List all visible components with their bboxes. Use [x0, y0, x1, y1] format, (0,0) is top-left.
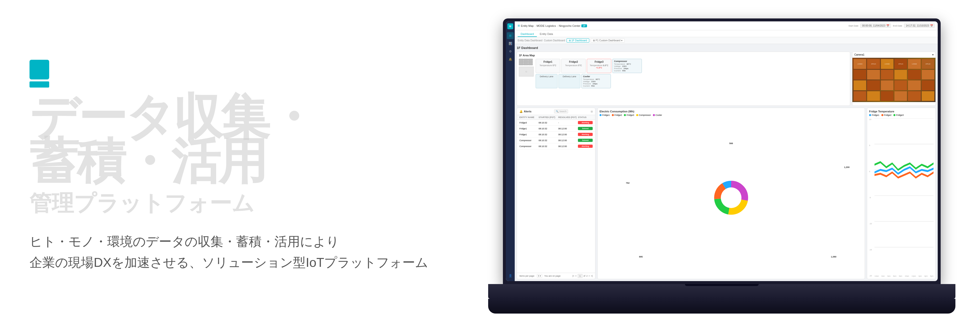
cooler-card: Cooler Temperature 86°C Voltage — [581, 74, 611, 88]
wh-box: APPLES — [894, 59, 907, 69]
wh-box — [921, 70, 934, 80]
app-ui: M ⊞ 📊 ⚙ 🔔 👤 ⊞ Entity Map — [506, 21, 938, 281]
fridge1-name: Fridge1 — [537, 60, 558, 63]
fridge-temp-legend: Fridge1 Fridge2 Fridge3 — [869, 114, 934, 116]
items-per-page-label: Items per page: — [519, 275, 535, 277]
compressor-pressure-row: Pressure 1Mpa — [614, 67, 640, 70]
alerts-search[interactable]: 🔍 Search — [554, 110, 568, 113]
fridge-card-3: Fridge3 Temperature 6.8°C +1.8°C — [587, 59, 611, 73]
legend-label-1: Fridge1 — [602, 114, 610, 116]
legend-compressor: Compressor — [636, 114, 651, 116]
x-6am: 6am — [893, 275, 896, 277]
compressor-current-row: Current 55A — [614, 70, 640, 72]
sidebar-icon-user[interactable]: 👤 — [507, 272, 514, 279]
x-8am: 8am — [899, 275, 902, 277]
row-status: Alerting — [578, 145, 593, 148]
sidebar-icon-chart[interactable]: 📊 — [507, 40, 514, 47]
wh-box — [921, 80, 934, 91]
x-6pm: 6pm — [930, 275, 934, 277]
compressor-temp-row: Temperature 86°C — [614, 63, 640, 65]
legend-label-4: Compressor — [639, 114, 651, 116]
filter-icon[interactable]: ⊟ — [591, 110, 593, 113]
camera-dropdown-icon[interactable]: ▾ — [932, 53, 934, 56]
per-page-select[interactable]: 5 ▾ — [537, 274, 542, 278]
dashboard-content: 1F Dashboard 1F Area Map — [515, 44, 938, 281]
legend-fridge2: Fridge2 — [612, 114, 622, 116]
y-n5: -5 — [869, 197, 874, 199]
alert-row: Fridge3 08:10:32 - Alerting — [517, 120, 595, 125]
subtab-1f-label: 1F Dashboard — [571, 39, 587, 42]
temp-chart-lines — [875, 118, 934, 273]
temp-y-axis: 10 5 0 -5 -10 -15 -20 — [869, 118, 874, 277]
legend-dot-1 — [600, 114, 601, 116]
dashboard-title: 1F Dashboard — [517, 46, 936, 50]
subtab-custom-dashboard[interactable]: ⊞ F1 Custom Dashboard ▾ — [591, 38, 625, 43]
tab-entity-data[interactable]: Entity Data — [537, 32, 556, 37]
consumption-legend: Fridge1 Fridge2 Fridge3 — [600, 114, 863, 116]
comp-c-label: Current — [614, 70, 621, 72]
wh-box — [853, 91, 866, 101]
subtab-label1: Entity Data Dashboard — [518, 39, 542, 42]
subtab-chevron: ▾ — [621, 39, 622, 42]
row-resolved: 08:12:00 — [558, 145, 578, 148]
search-icon: 🔍 — [556, 110, 558, 113]
camera-header: Camera1 ▾ — [853, 52, 935, 58]
comp-temp-label: Temperature — [614, 63, 625, 65]
rack-unit-1 — [519, 59, 534, 61]
fridge1-temp-label: Temperature — [539, 64, 552, 67]
donut-value-895: 895 — [639, 256, 643, 258]
tab-dashboard[interactable]: Dashboard — [518, 32, 537, 37]
alert-row: Compressor 08:10:32 08:12:00 Solved — [517, 137, 595, 143]
prev-icon[interactable]: < — [575, 275, 576, 277]
laptop-section: M ⊞ 📊 ⚙ 🔔 👤 ⊞ Entity Map — [464, 0, 980, 332]
y-0: 0 — [869, 170, 874, 173]
wh-box — [867, 80, 880, 91]
prev-page-icon[interactable]: |< — [573, 275, 574, 277]
hero-desc-area: ヒト・モノ・環境のデータの収集・蓄積・活用により 企業の現場DXを加速させる、ソ… — [30, 233, 467, 275]
next-icon[interactable]: > — [589, 275, 590, 277]
compressor-voltage-row: Voltage 230V — [614, 65, 640, 67]
fridge3-name: Fridge3 — [589, 60, 609, 63]
sidebar-icon-bell[interactable]: 🔔 — [507, 56, 514, 63]
row-status: Solved — [578, 139, 593, 142]
hero-subtitle2: 管理プラットフォーム — [30, 188, 467, 218]
wh-box — [908, 80, 921, 91]
row-started: 08:10:32 — [539, 127, 558, 130]
sidebar-icon-map[interactable]: ⊞ — [507, 32, 514, 39]
x-2am: 2am — [881, 275, 885, 277]
app-sidebar: M ⊞ 📊 ⚙ 🔔 👤 — [506, 21, 515, 281]
compressor-name: Compressor — [614, 60, 640, 62]
app-subtabbar: Entity Data Dashboard Custom Dashboard ⊞… — [515, 37, 938, 44]
wh-box: LASSEN — [881, 59, 894, 69]
app-logo: M — [508, 23, 513, 29]
alerts-table-header: ENTITY NAME STARTED (PST) RESOLVED (PST)… — [517, 115, 595, 120]
ft-label-1: Fridge1 — [872, 114, 880, 116]
laptop-foot — [488, 299, 955, 313]
alerts-footer: Items per page: 5 ▾ You are on page: |< … — [517, 273, 595, 279]
cooler-p-value: 1Mpa — [592, 83, 597, 85]
wh-box — [853, 70, 866, 80]
fridge-card-1: Fridge1 Temperature 5°C — [536, 59, 560, 73]
end-date-field[interactable]: 14:17:32, 11/10/2023 📅 — [904, 24, 935, 28]
fridge-temp-panel: Fridge Temperature Fridge1 F — [867, 108, 936, 279]
subtab-1f-dashboard[interactable]: ⊞ 1F Dashboard — [566, 38, 589, 43]
row-started: 08:10:32 — [539, 133, 558, 136]
sidebar-icon-settings[interactable]: ⚙ — [507, 48, 514, 55]
wh-box — [881, 91, 894, 101]
legend-label-3: Fridge3 — [627, 114, 634, 116]
last-page-icon[interactable]: >| — [591, 275, 593, 277]
end-date-value: 14:17:32, 11/10/2023 — [906, 24, 929, 27]
of-label: of — [584, 275, 585, 277]
row-entity: Fridge1 — [519, 127, 539, 130]
camera-name: Camera1 — [854, 53, 864, 56]
start-date-field[interactable]: 00:00:00, 11/04/2023 📅 — [860, 24, 891, 28]
total-pages: 2 — [586, 275, 587, 277]
fridge1-temp-value: 5°C — [553, 64, 556, 67]
row-resolved: 08:12:00 — [558, 133, 578, 136]
fridge2-temp-value: 5°C — [578, 64, 582, 67]
app-topbar: ⊞ Entity Map › MODE Logistics › Ningyoch… — [515, 21, 938, 30]
wh-box — [881, 80, 894, 91]
consumption-panel: Electric Consumption (Wh) Fridge1 — [597, 108, 865, 279]
breadcrumb-center: Ningyocho Center — [559, 24, 581, 27]
alert-row: Fridge1 08:10:32 08:12:00 Solved — [517, 125, 595, 132]
